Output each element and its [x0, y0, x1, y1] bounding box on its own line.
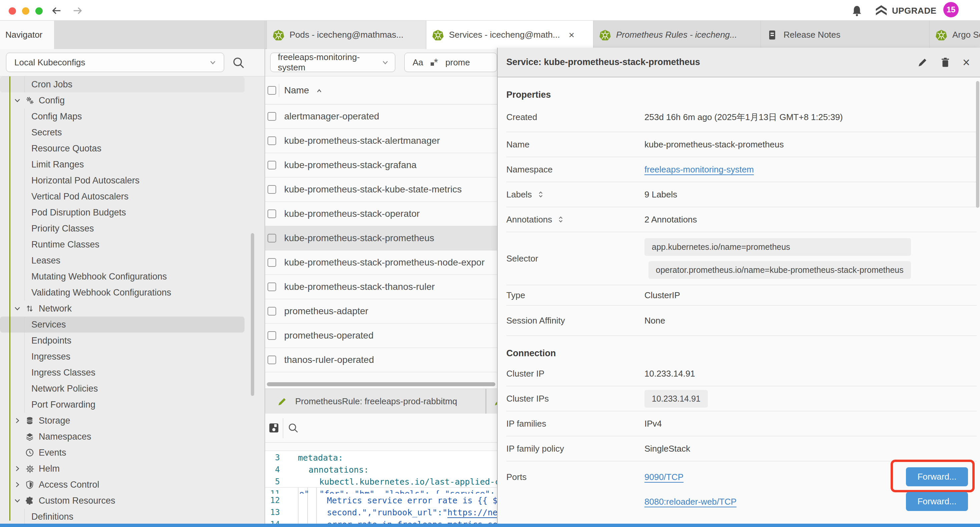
- sidebar-item-validating-webhook-configurations[interactable]: Validating Webhook Configurations: [0, 285, 264, 301]
- sidebar-item-config-maps[interactable]: Config Maps: [0, 108, 264, 124]
- sidebar-item-ingress-classes[interactable]: Ingress Classes: [0, 365, 264, 381]
- notification-count-badge[interactable]: 15: [943, 2, 959, 18]
- table-row[interactable]: alertmanager-operated: [265, 104, 497, 129]
- select-all-checkbox[interactable]: [267, 86, 276, 95]
- back-button[interactable]: [50, 4, 64, 18]
- sidebar-item-helm[interactable]: Helm: [0, 461, 264, 477]
- chevron-down-icon[interactable]: [13, 497, 21, 505]
- sidebar-item-limit-ranges[interactable]: Limit Ranges: [0, 156, 264, 172]
- detail-label-text: IP family policy: [506, 444, 564, 454]
- sidebar-item-vertical-pod-autoscalers[interactable]: Vertical Pod Autoscalers: [0, 188, 264, 204]
- minimize-window-button[interactable]: [22, 7, 29, 15]
- forward-button[interactable]: Forward...: [906, 492, 968, 511]
- sort-updown-icon[interactable]: [537, 191, 545, 199]
- navigator-panel-tab[interactable]: Navigator: [0, 21, 54, 49]
- sidebar-item-horizontal-pod-autoscalers[interactable]: Horizontal Pod Autoscalers: [0, 172, 264, 188]
- sidebar-item-config[interactable]: Config: [0, 92, 264, 108]
- table-row[interactable]: thanos-ruler-operated: [265, 348, 497, 372]
- sidebar-item-priority-classes[interactable]: Priority Classes: [0, 220, 264, 236]
- close-icon[interactable]: ×: [963, 56, 970, 69]
- sidebar-item-runtime-classes[interactable]: Runtime Classes: [0, 236, 264, 253]
- close-window-button[interactable]: [9, 7, 16, 15]
- table-row[interactable]: kube-prometheus-stack-alertmanager: [265, 129, 497, 153]
- filter-input[interactable]: Aa * prome: [404, 53, 497, 72]
- table-horizontal-scrollbar[interactable]: [267, 382, 495, 386]
- chevron-down-icon[interactable]: [13, 304, 21, 312]
- document-tab-1[interactable]: Pods - icecheng@mathmas...: [267, 21, 426, 49]
- row-checkbox[interactable]: [267, 209, 276, 218]
- sidebar-item-definitions[interactable]: Definitions: [0, 509, 264, 524]
- document-tab-3[interactable]: Prometheus Rules - icecheng...: [593, 21, 760, 49]
- kubeconfig-selector[interactable]: Local Kubeconfigs: [6, 53, 224, 72]
- row-checkbox[interactable]: [267, 234, 276, 242]
- sidebar-item-secrets[interactable]: Secrets: [0, 124, 264, 140]
- edit-button[interactable]: [917, 57, 928, 68]
- maximize-window-button[interactable]: [35, 7, 43, 15]
- name-column-header[interactable]: Name: [284, 76, 323, 104]
- sidebar-item-events[interactable]: Events: [0, 444, 264, 461]
- namespace-selector[interactable]: freeleaps-monitoring-system: [270, 53, 395, 72]
- chevron-right-icon[interactable]: [13, 417, 21, 425]
- namespace-link[interactable]: freeleaps-monitoring-system: [644, 164, 754, 174]
- sidebar-item-services[interactable]: Services: [0, 317, 245, 333]
- sidebar-item-leases[interactable]: Leases: [0, 253, 264, 269]
- table-row[interactable]: kube-prometheus-stack-operator: [265, 202, 497, 226]
- editor-tab-next[interactable]: [486, 389, 497, 414]
- row-checkbox[interactable]: [267, 185, 276, 194]
- code-link[interactable]: https://net: [447, 508, 497, 517]
- row-checkbox[interactable]: [267, 307, 276, 315]
- navigator-scrollbar[interactable]: [251, 233, 254, 396]
- editor-search-button[interactable]: [287, 422, 299, 434]
- navigator-search-button[interactable]: [231, 56, 245, 70]
- sidebar-item-network[interactable]: Network: [0, 301, 264, 317]
- table-row[interactable]: kube-prometheus-stack-grafana: [265, 153, 497, 177]
- sidebar-item-access-control[interactable]: Access Control: [0, 477, 264, 493]
- row-checkbox[interactable]: [267, 331, 276, 340]
- sidebar-item-namespaces[interactable]: Namespaces: [0, 428, 264, 444]
- document-tab-2[interactable]: Services - icecheng@math... ×: [426, 21, 593, 49]
- upgrade-button[interactable]: UPGRADE: [875, 4, 937, 18]
- delete-button[interactable]: [940, 57, 951, 68]
- row-checkbox[interactable]: [267, 282, 276, 291]
- regex-toggle[interactable]: *: [431, 56, 438, 69]
- chevron-right-icon[interactable]: [13, 465, 21, 473]
- notifications-button[interactable]: [851, 4, 863, 18]
- port-link[interactable]: 9090/TCP: [644, 472, 684, 482]
- sidebar-item-custom-resources[interactable]: Custom Resources: [0, 493, 264, 509]
- table-row[interactable]: kube-prometheus-stack-kube-state-metrics: [265, 177, 497, 202]
- sidebar-item-port-forwarding[interactable]: Port Forwarding: [0, 396, 264, 412]
- sidebar-item-endpoints[interactable]: Endpoints: [0, 333, 264, 349]
- detail-value: app.kubernetes.io/name=prometheusoperato…: [644, 232, 911, 285]
- save-button[interactable]: [268, 422, 280, 434]
- sidebar-item-mutating-webhook-configurations[interactable]: Mutating Webhook Configurations: [0, 269, 264, 285]
- table-row[interactable]: kube-prometheus-stack-prometheus-node-ex…: [265, 250, 497, 275]
- port-link[interactable]: 8080:reloader-web/TCP: [644, 497, 737, 507]
- row-checkbox[interactable]: [267, 258, 276, 267]
- match-case-toggle[interactable]: Aa: [413, 57, 423, 68]
- row-checkbox[interactable]: [267, 161, 276, 169]
- table-row[interactable]: kube-prometheus-stack-prometheus: [265, 226, 497, 250]
- editor-tab-prometheusrule[interactable]: PrometheusRule: freeleaps-prod-rabbitmq: [265, 389, 485, 414]
- sidebar-item-cron-jobs[interactable]: Cron Jobs: [0, 76, 245, 92]
- drawer-scrollbar[interactable]: [976, 81, 979, 208]
- chevron-right-icon[interactable]: [13, 481, 21, 489]
- sidebar-item-storage[interactable]: Storage: [0, 412, 264, 428]
- row-checkbox[interactable]: [267, 112, 276, 121]
- row-checkbox[interactable]: [267, 137, 276, 145]
- sidebar-item-resource-quotas[interactable]: Resource Quotas: [0, 140, 264, 156]
- yaml-editor[interactable]: 3 metadata: 4 annotations: 5 kubectl.kub…: [265, 451, 497, 524]
- table-row[interactable]: kube-prometheus-stack-thanos-ruler: [265, 275, 497, 299]
- table-row[interactable]: prometheus-operated: [265, 323, 497, 348]
- chevron-down-icon[interactable]: [13, 96, 21, 104]
- sort-updown-icon[interactable]: [557, 215, 565, 223]
- row-checkbox[interactable]: [267, 355, 276, 364]
- forward-button[interactable]: [71, 4, 84, 18]
- tab-close-icon[interactable]: ×: [569, 30, 575, 40]
- sidebar-item-network-policies[interactable]: Network Policies: [0, 381, 264, 396]
- document-tab-4[interactable]: Release Notes: [760, 21, 929, 49]
- table-row[interactable]: prometheus-adapter: [265, 299, 497, 323]
- sidebar-item-ingresses[interactable]: Ingresses: [0, 349, 264, 365]
- sidebar-item-pod-disruption-budgets[interactable]: Pod Disruption Budgets: [0, 204, 264, 220]
- detail-value: IPv4: [644, 419, 662, 429]
- document-tab-5[interactable]: Argo Se: [929, 21, 980, 49]
